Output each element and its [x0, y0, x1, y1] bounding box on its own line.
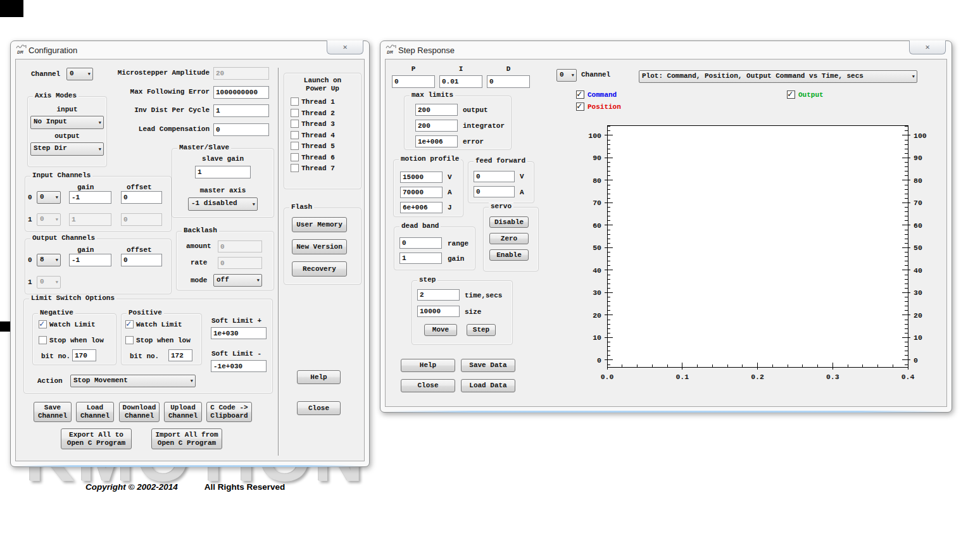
config-help-button[interactable]: Help	[297, 370, 341, 384]
output-row1-index: 1	[28, 278, 32, 286]
positive-bit-no-field[interactable]	[168, 349, 192, 361]
max-following-error-field[interactable]	[213, 86, 269, 99]
input-row0-offset-field[interactable]	[121, 191, 162, 204]
servo-enable-button[interactable]: Enable	[489, 249, 529, 261]
thread-1-checkbox[interactable]	[291, 97, 299, 106]
i-gain-field[interactable]	[439, 75, 482, 88]
window-bottom-glow	[18, 465, 361, 467]
chevron-down-icon: ▼	[191, 378, 193, 383]
recovery-button[interactable]: Recovery	[292, 261, 347, 277]
user-memory-button[interactable]: User Memory	[292, 217, 347, 232]
dead-band-range-field[interactable]	[399, 237, 442, 249]
step-button[interactable]: Step	[467, 324, 496, 336]
thread-3-checkbox[interactable]	[291, 120, 299, 128]
max-integrator-field[interactable]	[415, 120, 458, 132]
d-gain-field[interactable]	[487, 75, 530, 88]
backlash-mode-label: mode	[191, 277, 207, 284]
dynomotion-app-icon: DM	[16, 44, 27, 55]
step-response-titlebar[interactable]: DM Step Response ✕	[380, 41, 952, 59]
backlash-mode-select[interactable]: off ▼	[213, 274, 262, 287]
servo-disable-button[interactable]: Disable	[489, 216, 529, 228]
master-slave-group: Master/Slave slave gain master axis -1 d…	[172, 148, 274, 218]
input-row0-channel-select[interactable]: 0 ▼	[37, 191, 61, 204]
download-channel-button[interactable]: Download Channel	[119, 402, 160, 422]
configuration-window: DM Configuration ✕ Channel 0 ▼ Microstep…	[10, 41, 370, 467]
input-row1-channel-select: 0 ▼	[37, 213, 61, 226]
thread-5-checkbox[interactable]	[291, 142, 299, 150]
copyright-text: Copyright © 2002-2014	[85, 482, 178, 492]
svg-text:DM: DM	[387, 49, 394, 55]
thread-6-checkbox[interactable]	[291, 153, 299, 161]
negative-stop-when-low-label: Stop when low	[49, 337, 104, 344]
soft-limit-plus-field[interactable]	[211, 327, 267, 339]
c-code-clipboard-button[interactable]: C Code -> Clipboard	[206, 402, 252, 422]
max-output-field[interactable]	[415, 104, 458, 116]
save-data-button[interactable]: Save Data	[461, 359, 515, 372]
position-checkbox[interactable]	[576, 103, 584, 111]
ff-velocity-field[interactable]	[474, 171, 515, 182]
load-data-button[interactable]: Load Data	[461, 379, 515, 392]
negative-stop-when-low-checkbox[interactable]	[39, 336, 47, 344]
thread-2-checkbox[interactable]	[291, 109, 299, 117]
negative-bit-no-field[interactable]	[72, 349, 96, 361]
ff-acceleration-field[interactable]	[474, 186, 515, 197]
servo-zero-button[interactable]: Zero	[489, 233, 529, 244]
new-version-button[interactable]: New Version	[292, 239, 347, 254]
negative-watch-limit-checkbox[interactable]	[39, 320, 47, 328]
export-all-button[interactable]: Export All to Open C Program	[61, 428, 132, 449]
soft-limit-minus-field[interactable]	[211, 360, 267, 372]
jerk-field[interactable]	[400, 202, 443, 213]
output-row0-offset-field[interactable]	[121, 254, 162, 266]
acceleration-field[interactable]	[400, 187, 443, 198]
command-checkbox[interactable]	[576, 90, 584, 99]
thread-1-label: Thread 1	[301, 98, 335, 106]
svg-text:80: 80	[914, 177, 922, 185]
import-all-button[interactable]: Import All from Open C Program	[151, 428, 222, 449]
output-row0-channel-select[interactable]: 8 ▼	[37, 254, 61, 266]
move-button[interactable]: Move	[424, 324, 457, 336]
backlash-rate-label: rate	[191, 259, 207, 266]
step-close-button[interactable]: Close	[401, 379, 455, 392]
output-row0-index: 0	[28, 256, 32, 264]
svg-text:40: 40	[914, 266, 922, 275]
output-offset-header: offset	[127, 246, 152, 254]
configuration-titlebar[interactable]: DM Configuration ✕	[11, 41, 369, 59]
close-window-icon[interactable]: ✕	[909, 41, 946, 54]
negative-limit-group: Negative Watch Limit Stop when low bit n…	[32, 313, 116, 365]
step-time-field[interactable]	[417, 289, 460, 301]
thread-4-checkbox[interactable]	[291, 131, 299, 139]
max-error-field[interactable]	[415, 135, 458, 147]
positive-stop-when-low-checkbox[interactable]	[125, 336, 134, 344]
output-checkbox[interactable]	[787, 90, 795, 99]
velocity-field[interactable]	[400, 171, 443, 183]
lead-compensation-field[interactable]	[213, 123, 269, 136]
output-row0-gain-field[interactable]	[69, 254, 111, 266]
plot-mode-select[interactable]: Plot: Command, Position, Output Command …	[639, 70, 917, 83]
save-channel-button[interactable]: Save Channel	[34, 402, 72, 422]
step-size-field[interactable]	[417, 306, 460, 317]
axis-input-mode-select[interactable]: No Input ▼	[30, 116, 104, 129]
upload-channel-button[interactable]: Upload Channel	[164, 402, 202, 422]
backlash-rate-field	[218, 257, 262, 269]
limit-action-select[interactable]: Stop Movement ▼	[70, 375, 196, 387]
thread-7-checkbox[interactable]	[291, 164, 299, 172]
inv-dist-per-cycle-field[interactable]	[213, 104, 269, 117]
axis-output-mode-select[interactable]: Step Dir ▼	[30, 142, 104, 156]
config-close-button[interactable]: Close	[297, 401, 341, 415]
master-axis-label: master axis	[172, 187, 273, 194]
chevron-down-icon: ▼	[253, 201, 255, 206]
step-channel-select[interactable]: 0 ▼	[556, 69, 577, 82]
close-window-icon[interactable]: ✕	[327, 41, 363, 54]
load-channel-button[interactable]: Load Channel	[76, 402, 114, 422]
dead-band-gain-field[interactable]	[399, 252, 442, 264]
master-axis-select[interactable]: -1 disabled ▼	[188, 197, 258, 211]
slave-gain-field[interactable]	[195, 166, 251, 178]
input-row0-gain-field[interactable]	[69, 191, 111, 204]
p-gain-field[interactable]	[392, 75, 435, 88]
positive-watch-limit-checkbox[interactable]	[125, 320, 134, 328]
step-help-button[interactable]: Help	[401, 359, 455, 372]
backlash-amount-label: amount	[186, 242, 211, 250]
output-gain-header: gain	[77, 246, 94, 254]
step-response-client-area: P I D 0 ▼ Channel Plot: Command, Positio…	[385, 59, 947, 407]
input-row1-index: 1	[28, 216, 32, 223]
